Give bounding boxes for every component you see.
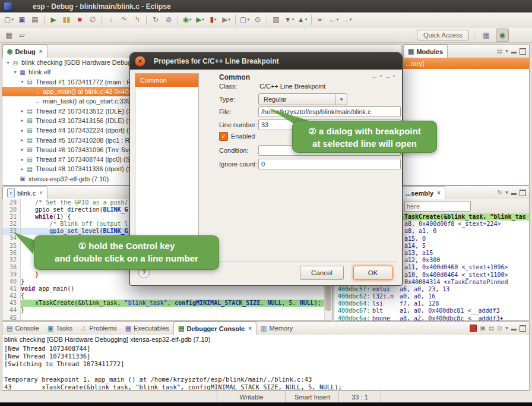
tab-executables[interactable]: ▦Executables (121, 322, 173, 335)
code-line[interactable]: 43 xTaskCreate(&blink_task, "blink_task"… (2, 300, 325, 307)
line-number[interactable]: 30 (2, 206, 21, 213)
line-number[interactable]: 39 (2, 271, 21, 278)
line-number[interactable]: 32 (2, 221, 21, 228)
tab-modules[interactable]: ▦ Modules (403, 45, 448, 58)
maximize-icon[interactable] (520, 325, 526, 332)
tree-expander-icon[interactable]: ▸ (19, 118, 26, 123)
tree-expander-icon[interactable]: ▸ (19, 128, 26, 133)
resume-icon[interactable]: ▶ (48, 14, 59, 26)
disconnect-icon[interactable]: ∅ (87, 14, 99, 26)
perspective-debug-icon[interactable]: ◉ (496, 29, 509, 42)
next-annotation-icon[interactable]: ▼▾ (283, 14, 295, 26)
dropdown-arrow-icon[interactable]: ▾ (247, 17, 249, 22)
coverage-icon[interactable]: ▮▾ (207, 14, 219, 26)
fast-view-icon[interactable]: ▦ (3, 29, 15, 41)
tree-expander-icon[interactable]: ▾ (19, 79, 26, 84)
terminate-icon[interactable]: ■ (74, 14, 86, 26)
minimize-icon[interactable] (511, 326, 517, 331)
code-line[interactable]: 45 (2, 314, 325, 321)
run-launch-icon[interactable]: ▶▾ (194, 14, 206, 26)
disassembly-line[interactable]: 400dbc62:l32i.na0, a0, 16 (334, 293, 529, 300)
dropdown-arrow-icon[interactable]: ▾ (392, 74, 395, 78)
new-cpp-wizard-icon[interactable]: ▢▾ (239, 14, 251, 26)
location-input[interactable]: here (404, 201, 471, 212)
view-menu-icon[interactable]: ▾ (505, 48, 508, 54)
module-row[interactable]: ...rary] (403, 58, 529, 69)
close-icon[interactable]: × (248, 325, 252, 332)
dropdown-arrow-icon[interactable]: ▾ (292, 17, 294, 22)
line-number[interactable]: 44 (2, 307, 21, 314)
line-number[interactable]: 31 (2, 213, 21, 221)
line-number[interactable]: 43 (2, 300, 21, 307)
ignore-count-field[interactable] (258, 159, 401, 169)
close-icon[interactable]: × (437, 190, 441, 196)
edit-config-icon[interactable]: ▱ (16, 29, 28, 41)
step-into-icon[interactable]: ↓ (105, 14, 117, 26)
tab-tasks[interactable]: ▣Tasks (43, 322, 77, 335)
collapse-all-icon[interactable]: ▤ (497, 48, 502, 54)
close-icon[interactable]: × (39, 190, 43, 196)
line-number[interactable]: 38 (2, 264, 21, 271)
dialog-close-icon[interactable]: ✕ (135, 56, 145, 67)
tree-expander-icon[interactable]: ▸ (19, 166, 26, 172)
dropdown-arrow-icon[interactable]: ▾ (337, 17, 339, 22)
terminate-icon[interactable] (470, 325, 477, 332)
tab-debugger-console[interactable]: ▤Debugger Console× (173, 322, 256, 335)
back-icon[interactable]: ←▾ (328, 14, 340, 26)
prev-annotation-icon[interactable]: ▲▾ (296, 14, 308, 26)
tab-debug[interactable]: ◉ Debug × (2, 45, 48, 58)
line-number[interactable]: 40 (2, 278, 21, 285)
close-icon[interactable]: × (39, 48, 43, 55)
back-icon[interactable]: ← (371, 72, 378, 80)
skip-breakpoints-icon[interactable]: ⊘ (163, 14, 175, 26)
forward-icon[interactable]: →▾ (341, 14, 353, 26)
new-wizard-icon[interactable]: ▢▾ (3, 14, 15, 26)
tree-expander-icon[interactable]: ▸ (19, 137, 26, 143)
line-number[interactable]: 29 (2, 199, 21, 206)
tree-expander-icon[interactable]: ▸ (19, 147, 26, 152)
code-line[interactable]: 44} (2, 307, 325, 314)
suspend-icon[interactable]: ▮▮ (61, 14, 72, 26)
minimize-icon[interactable] (511, 191, 517, 195)
step-over-icon[interactable]: ↷ (118, 14, 130, 26)
tree-expander-icon[interactable]: ▾ (5, 60, 11, 65)
disassembly-line[interactable]: 400dbc5f:extuia6, a0, 23, 13 (334, 286, 529, 293)
tab-disassembly[interactable]: ...sembly × (401, 186, 445, 199)
forward-icon[interactable]: → (384, 72, 391, 80)
dropdown-arrow-icon[interactable]: ▾ (189, 17, 192, 22)
view-menu-icon[interactable]: ▾ (505, 190, 508, 196)
console-content[interactable]: blink checking [GDB Hardware Debugging] … (2, 335, 529, 390)
dropdown-arrow-icon[interactable]: ▾ (380, 74, 382, 78)
dropdown-arrow-icon[interactable]: ▾ (228, 17, 230, 22)
refresh-icon[interactable]: ↻ (498, 190, 502, 196)
external-tools-icon[interactable]: ▶▾ (220, 14, 232, 26)
maximize-icon[interactable] (520, 190, 526, 196)
last-edit-location-icon[interactable]: ↞ (315, 14, 327, 26)
print-icon[interactable]: ▤ (29, 14, 41, 26)
tree-expander-icon[interactable]: ▸ (19, 108, 26, 114)
line-number[interactable]: 37 (2, 257, 21, 264)
clear-console-icon[interactable]: ▤ (489, 325, 494, 331)
line-number[interactable]: 42 (2, 292, 21, 300)
save-icon[interactable]: ▣ (16, 14, 28, 26)
sidebar-item-common[interactable]: Common (135, 74, 198, 87)
disassembly-line[interactable]: 400dbc64:lsif7, a1, 128 (334, 300, 529, 307)
cancel-button[interactable]: Cancel (300, 266, 344, 280)
remove-launch-icon[interactable]: ▣ (480, 325, 485, 331)
dropdown-arrow-icon[interactable]: ▾ (202, 17, 204, 22)
step-return-icon[interactable]: ↰ (131, 14, 143, 26)
tab-blink-c[interactable]: c blink.c × (2, 186, 48, 199)
dropdown-arrow-icon[interactable]: ▾ (350, 17, 352, 22)
mark-occurrences-icon[interactable]: ▥ (270, 14, 282, 26)
ok-button[interactable]: OK (353, 266, 392, 280)
perspective-open-icon[interactable]: ▦ (480, 29, 493, 42)
dropdown-arrow-icon[interactable]: ▾ (305, 17, 308, 22)
restart-icon[interactable]: ↻ (150, 14, 162, 26)
pin-console-icon[interactable]: ◎ (497, 325, 502, 331)
disassembly-line[interactable]: 400dbc67:blta1, a0, 0x400dbc81 <__adddf3 (334, 307, 529, 314)
tree-expander-icon[interactable]: ▾ (12, 70, 18, 75)
search-icon[interactable]: ⊙ (252, 14, 264, 26)
tab-console[interactable]: ▤Console (2, 322, 43, 335)
dropdown-arrow-icon[interactable]: ▾ (11, 17, 14, 22)
tab-problems[interactable]: ⚠Problems (77, 322, 121, 335)
